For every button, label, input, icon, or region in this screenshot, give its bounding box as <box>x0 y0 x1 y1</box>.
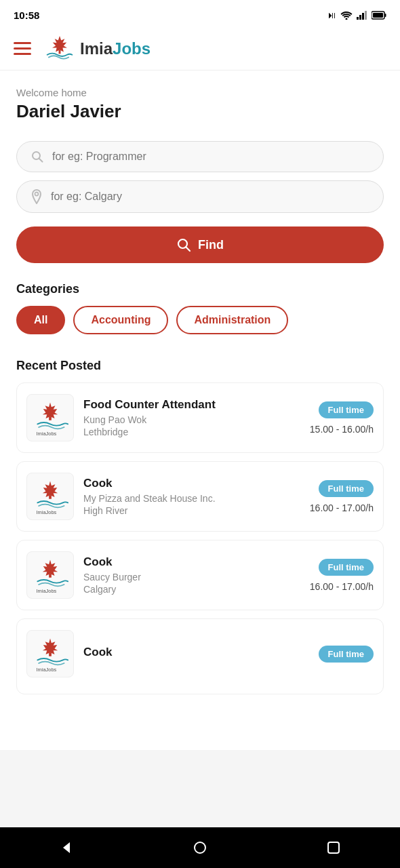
job-meta: Full time 16.00 - 17.00/h <box>310 559 374 592</box>
job-title: Cook <box>83 555 300 569</box>
location-search-wrapper <box>16 180 384 213</box>
job-title: Cook <box>83 646 309 659</box>
job-logo: ImiaJobs <box>26 630 74 677</box>
recent-posted-section: Recent Posted ImiaJobs Food Counter Atte… <box>16 359 384 694</box>
svg-rect-18 <box>49 574 52 578</box>
location-icon <box>31 189 43 204</box>
media-icon: ⏯ <box>327 9 336 20</box>
search-icon <box>31 150 44 163</box>
square-icon <box>327 841 340 854</box>
location-search-input[interactable] <box>51 191 369 203</box>
job-info: Cook My Pizza and Steak House Inc. High … <box>83 477 300 516</box>
svg-rect-3 <box>362 13 364 20</box>
svg-rect-1 <box>357 17 359 20</box>
signal-icon <box>357 11 367 20</box>
job-search-input[interactable] <box>52 151 369 163</box>
categories-section: Categories All Accounting Administration <box>16 282 384 340</box>
svg-text:ImiaJobs: ImiaJobs <box>36 667 56 673</box>
find-button[interactable]: Find <box>16 226 384 263</box>
back-icon <box>59 840 74 855</box>
svg-text:ImiaJobs: ImiaJobs <box>36 431 56 437</box>
job-type-badge: Full time <box>319 480 374 497</box>
category-administration-button[interactable]: Administration <box>176 306 288 334</box>
status-time: 10:58 <box>14 9 39 21</box>
square-nav-button[interactable] <box>317 831 351 865</box>
svg-rect-8 <box>59 50 61 54</box>
job-location: Lethbridge <box>83 427 300 437</box>
svg-rect-2 <box>359 15 361 20</box>
category-accounting-button[interactable]: Accounting <box>73 306 168 334</box>
job-card[interactable]: ImiaJobs Cook My Pizza and Steak House I… <box>16 461 384 532</box>
job-search-wrapper <box>16 141 384 172</box>
job-info: Cook <box>83 646 309 662</box>
company-logo-icon: ImiaJobs <box>31 399 69 437</box>
job-logo: ImiaJobs <box>26 473 74 520</box>
job-card[interactable]: ImiaJobs Cook Full time <box>16 618 384 694</box>
job-salary: 15.00 - 16.00/h <box>310 424 374 435</box>
job-type-badge: Full time <box>319 401 374 418</box>
job-info: Food Counter Attendant Kung Pao Wok Leth… <box>83 398 300 437</box>
job-company: My Pizza and Steak House Inc. <box>83 493 300 504</box>
job-salary: 16.00 - 17.00/h <box>310 502 374 513</box>
logo-container: ImiaJobs ImiaJobs <box>45 34 151 64</box>
job-card[interactable]: ImiaJobs Food Counter Attendant Kung Pao… <box>16 382 384 453</box>
job-title: Food Counter Attendant <box>83 398 300 412</box>
home-nav-button[interactable] <box>183 831 217 865</box>
svg-point-11 <box>35 193 39 196</box>
svg-point-23 <box>195 842 205 853</box>
find-search-icon <box>176 237 191 252</box>
user-name: Dariel Javier <box>16 101 384 122</box>
categories-row: All Accounting Administration <box>16 306 384 340</box>
status-icons: ⏯ <box>327 9 386 20</box>
category-all-button[interactable]: All <box>16 306 65 334</box>
svg-rect-24 <box>328 842 339 853</box>
svg-rect-16 <box>49 495 52 499</box>
svg-line-13 <box>186 247 190 251</box>
battery-icon <box>372 11 386 20</box>
job-title: Cook <box>83 477 300 490</box>
job-type-badge: Full time <box>319 646 374 663</box>
nav-bar: ImiaJobs ImiaJobs <box>0 27 400 71</box>
company-logo-icon: ImiaJobs <box>31 635 69 673</box>
back-nav-button[interactable] <box>49 831 83 865</box>
welcome-header: Welcome home Dariel Javier <box>16 87 384 122</box>
job-logo: ImiaJobs <box>26 551 74 599</box>
recent-posted-title: Recent Posted <box>16 359 384 373</box>
job-company: Saucy Burger <box>83 572 300 583</box>
categories-title: Categories <box>16 282 384 296</box>
wifi-icon <box>340 11 353 20</box>
find-button-label: Find <box>198 238 224 252</box>
welcome-text: Welcome home <box>16 87 384 98</box>
main-content: Welcome home Dariel Javier Find Cate <box>0 71 400 750</box>
job-type-badge: Full time <box>319 559 374 576</box>
job-location: High River <box>83 505 300 516</box>
logo-text: ImiaJobs ImiaJobs <box>80 39 151 58</box>
svg-line-10 <box>39 159 43 162</box>
job-meta: Full time 16.00 - 17.00/h <box>310 480 374 513</box>
job-salary: 16.00 - 17.00/h <box>310 581 374 592</box>
svg-text:ImiaJobs: ImiaJobs <box>36 509 56 515</box>
job-location: Calgary <box>83 584 300 595</box>
svg-rect-14 <box>49 416 52 420</box>
job-logo: ImiaJobs <box>26 394 74 441</box>
home-circle-icon <box>193 840 207 855</box>
company-logo-icon: ImiaJobs <box>31 556 69 594</box>
svg-rect-6 <box>385 14 386 17</box>
status-bar: 10:58 ⏯ <box>0 0 400 27</box>
job-meta: Full time <box>319 646 374 663</box>
job-meta: Full time 15.00 - 16.00/h <box>310 401 374 435</box>
svg-rect-20 <box>49 652 52 656</box>
svg-point-0 <box>346 18 348 20</box>
svg-rect-7 <box>373 13 383 18</box>
company-logo-icon: ImiaJobs <box>31 477 69 515</box>
svg-text:ImiaJobs: ImiaJobs <box>36 588 56 594</box>
job-company: Kung Pao Wok <box>83 414 300 425</box>
job-card[interactable]: ImiaJobs Cook Saucy Burger Calgary Full … <box>16 540 384 610</box>
search-section <box>16 141 384 213</box>
bottom-nav <box>0 827 400 868</box>
hamburger-menu-button[interactable] <box>14 42 31 55</box>
svg-rect-4 <box>365 11 367 20</box>
maple-leaf-logo-icon <box>45 34 75 64</box>
job-info: Cook Saucy Burger Calgary <box>83 555 300 595</box>
svg-marker-22 <box>63 842 70 853</box>
